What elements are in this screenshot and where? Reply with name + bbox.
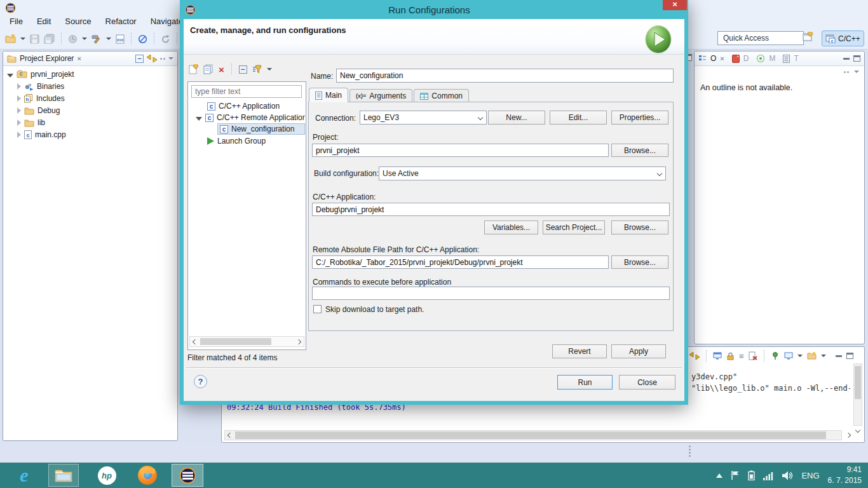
tree-row-lib[interactable]: lib [17, 117, 45, 128]
show-hidden-icons[interactable] [716, 470, 722, 478]
taskbar-firefox-button[interactable] [132, 463, 163, 488]
scroll-left-icon[interactable] [193, 339, 198, 344]
filter-dropdown-icon[interactable] [267, 68, 272, 71]
maximize-panel-icon[interactable] [846, 353, 853, 359]
expanded-arrow-icon[interactable] [7, 74, 13, 78]
launch-history-dropdown-icon[interactable] [82, 37, 87, 40]
tree-row-binaries[interactable]: Binaries [17, 81, 64, 92]
edit-button[interactable]: Edit... [550, 111, 607, 125]
run-button[interactable]: Run [557, 375, 613, 390]
dialog-close-button[interactable]: × [663, 0, 687, 10]
scroll-lock-icon[interactable] [726, 352, 735, 360]
project-input[interactable] [312, 144, 609, 157]
tree-row-includes[interactable]: h Includes [17, 93, 65, 104]
taskbar-hp-button[interactable]: hp [92, 463, 122, 488]
tab-documentation[interactable]: D [743, 54, 749, 63]
language-indicator[interactable]: ENG [801, 471, 819, 480]
new-wizard-icon[interactable] [5, 34, 16, 43]
scroll-right-icon[interactable] [296, 339, 301, 344]
config-tree-row-remote[interactable]: c C/C++ Remote Application [196, 112, 305, 123]
collapse-all-icon[interactable]: − [135, 55, 144, 63]
collapse-all-icon[interactable]: − [239, 65, 247, 74]
taskbar-explorer-button[interactable] [48, 464, 79, 487]
new-button[interactable]: New... [488, 111, 545, 125]
maximize-panel-icon[interactable] [853, 55, 860, 62]
quick-access-input[interactable]: Quick Access [717, 31, 804, 45]
save-all-icon[interactable] [44, 34, 55, 44]
config-tree-row-launchgroup[interactable]: Launch Group [207, 135, 266, 147]
variables-button[interactable]: Variables... [484, 220, 538, 234]
menu-edit[interactable]: Edit [30, 17, 58, 26]
scroll-left-icon[interactable] [227, 433, 233, 438]
minimize-panel-icon[interactable] [843, 58, 850, 60]
config-filter-input[interactable] [191, 85, 302, 98]
minimize-panel-icon[interactable] [836, 355, 842, 357]
tab-main[interactable]: Main [309, 88, 348, 102]
project-explorer-close-icon[interactable]: × [77, 55, 81, 62]
commands-input[interactable] [312, 287, 670, 300]
skip-breakpoints-icon[interactable] [138, 34, 147, 44]
filter-config-icon[interactable] [252, 65, 262, 74]
properties-button[interactable]: Properties... [611, 111, 668, 125]
remote-path-input[interactable] [312, 255, 609, 269]
close-button[interactable]: Close [619, 375, 675, 390]
tree-row-debug[interactable]: Debug [17, 105, 60, 116]
view-menu-dots-icon[interactable] [160, 58, 165, 60]
display-console-dropdown-icon[interactable] [797, 355, 803, 357]
build-dropdown-icon[interactable] [106, 37, 111, 40]
config-tree-hscrollbar[interactable] [189, 336, 304, 347]
tree-row-project[interactable]: C prvni_projekt [7, 69, 74, 80]
project-browse-button[interactable]: Browse... [611, 144, 668, 157]
open-console-dropdown-icon[interactable] [821, 355, 826, 357]
collapsed-arrow-icon[interactable] [17, 83, 21, 90]
config-tree-row-newconfig[interactable]: c New_configuration [217, 123, 305, 135]
console-switch-icon[interactable] [689, 352, 700, 360]
perspective-cpp-button[interactable]: c C/C++ [822, 30, 864, 46]
network-signal-icon[interactable] [763, 471, 774, 480]
tab-arguments[interactable]: (x)= Arguments [349, 89, 412, 102]
view-menu-icon[interactable] [168, 57, 173, 60]
tab-common[interactable]: Common [414, 89, 469, 102]
app-browse-button[interactable]: Browse... [611, 220, 668, 234]
revert-button[interactable]: Revert [552, 344, 607, 358]
new-wizard-dropdown-icon[interactable] [20, 37, 25, 40]
tab-make-target[interactable]: M [769, 54, 775, 63]
console-vscrollbar[interactable] [853, 363, 862, 426]
duplicate-config-icon[interactable] [203, 64, 214, 74]
tab-outline[interactable]: O [710, 54, 716, 63]
volume-icon[interactable] [782, 471, 793, 480]
build-config-combo[interactable]: Use Active [379, 166, 666, 180]
collapsed-arrow-icon[interactable] [17, 95, 21, 102]
connection-combo[interactable]: Lego_EV3 [360, 111, 487, 125]
scroll-down-icon[interactable] [855, 428, 860, 433]
skip-download-checkbox[interactable] [313, 305, 322, 313]
pin-console-icon[interactable] [771, 351, 780, 360]
name-input[interactable] [336, 69, 674, 83]
open-console-icon[interactable] [807, 352, 817, 360]
refresh-icon[interactable] [161, 34, 170, 44]
word-wrap-icon[interactable]: ≡ [739, 351, 744, 361]
taskbar-ie-button[interactable]: e [9, 463, 39, 488]
collapsed-arrow-icon[interactable] [17, 107, 21, 114]
menu-source[interactable]: Source [58, 17, 98, 26]
view-menu-dots-icon[interactable] [844, 71, 849, 73]
view-menu-icon[interactable] [854, 71, 859, 73]
show-console-on-output-icon[interactable] [713, 352, 722, 360]
save-icon[interactable] [30, 34, 39, 44]
menu-refactor[interactable]: Refactor [98, 17, 144, 26]
menu-file[interactable]: File [3, 17, 30, 26]
scroll-right-icon[interactable] [846, 433, 851, 438]
help-icon[interactable]: ? [194, 375, 207, 388]
delete-config-icon[interactable]: × [219, 65, 224, 74]
console-hscrollbar[interactable] [224, 430, 842, 440]
remote-browse-button[interactable]: Browse... [611, 255, 668, 269]
outline-tab-close-icon[interactable]: × [720, 55, 724, 62]
launch-history-icon[interactable] [68, 34, 78, 44]
collapsed-arrow-icon[interactable] [17, 119, 21, 126]
battery-icon[interactable] [748, 470, 755, 480]
build-hammer-icon[interactable] [92, 34, 102, 44]
open-perspective-icon[interactable] [803, 32, 814, 42]
new-launch-config-icon[interactable] [189, 64, 198, 74]
collapsed-arrow-icon[interactable] [17, 132, 21, 138]
display-console-icon[interactable] [784, 352, 793, 360]
